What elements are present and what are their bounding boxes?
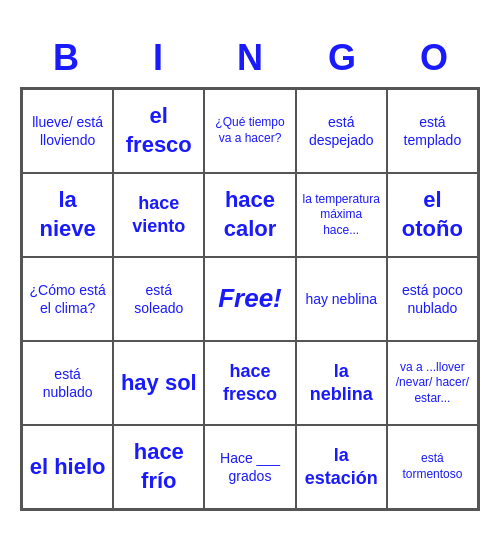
bingo-cell-11: está soleado: [113, 257, 204, 341]
bingo-cell-19: va a ...llover /nevar/ hacer/ estar...: [387, 341, 478, 425]
bingo-letter-n: N: [204, 33, 296, 83]
bingo-cell-22: Hace ___ grados: [204, 425, 295, 509]
bingo-letter-g: G: [296, 33, 388, 83]
bingo-cell-10: ¿Cómo está el clima?: [22, 257, 113, 341]
bingo-cell-17: hace fresco: [204, 341, 295, 425]
bingo-card: BINGO llueve/ está lloviendoel fresco¿Qu…: [10, 23, 490, 521]
bingo-cell-9: el otoño: [387, 173, 478, 257]
bingo-letter-i: I: [112, 33, 204, 83]
bingo-cell-23: la estación: [296, 425, 387, 509]
bingo-cell-13: hay neblina: [296, 257, 387, 341]
bingo-cell-16: hay sol: [113, 341, 204, 425]
bingo-cell-15: está nublado: [22, 341, 113, 425]
bingo-cell-24: está tormentoso: [387, 425, 478, 509]
bingo-cell-20: el hielo: [22, 425, 113, 509]
bingo-cell-6: hace viento: [113, 173, 204, 257]
bingo-cell-2: ¿Qué tiempo va a hacer?: [204, 89, 295, 173]
bingo-cell-14: está poco nublado: [387, 257, 478, 341]
bingo-grid: llueve/ está lloviendoel fresco¿Qué tiem…: [20, 87, 480, 511]
bingo-cell-8: la temperatura máxima hace...: [296, 173, 387, 257]
bingo-cell-21: hace frío: [113, 425, 204, 509]
bingo-cell-12: Free!: [204, 257, 295, 341]
bingo-cell-5: la nieve: [22, 173, 113, 257]
bingo-cell-7: hace calor: [204, 173, 295, 257]
bingo-cell-0: llueve/ está lloviendo: [22, 89, 113, 173]
bingo-cell-3: está despejado: [296, 89, 387, 173]
bingo-cell-1: el fresco: [113, 89, 204, 173]
bingo-cell-4: está templado: [387, 89, 478, 173]
bingo-cell-18: la neblina: [296, 341, 387, 425]
bingo-header: BINGO: [20, 33, 480, 83]
bingo-letter-o: O: [388, 33, 480, 83]
bingo-letter-b: B: [20, 33, 112, 83]
